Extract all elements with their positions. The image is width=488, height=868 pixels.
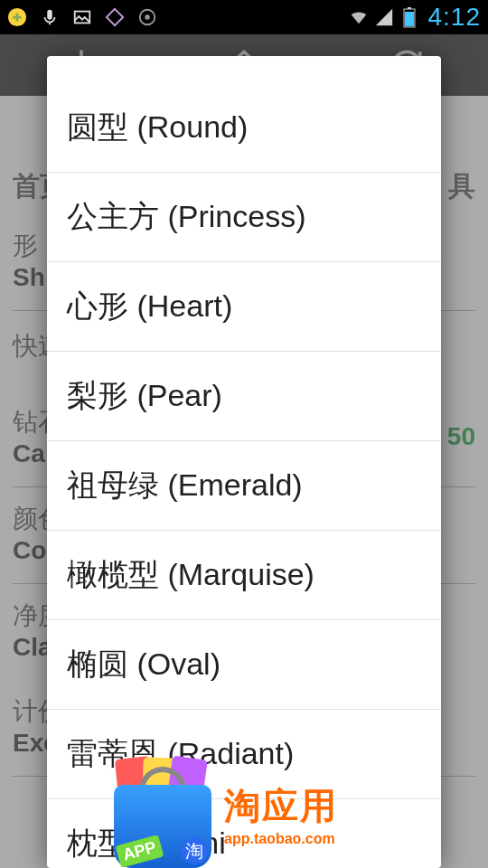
image-icon [72,7,92,27]
option-oval[interactable]: 椭圆 (Oval) [47,620,441,710]
battery-icon [399,7,419,27]
option-round[interactable]: 圆型 (Round) [47,83,441,173]
option-pear[interactable]: 梨形 (Pear) [47,352,441,441]
disc-icon [137,7,157,27]
diamond-icon [105,7,125,27]
shape-select-modal: 圆型 (Round) 公主方 (Princess) 心形 (Heart) 梨形 … [47,56,441,868]
tao-circle: 淘 [181,837,208,864]
option-emerald[interactable]: 祖母绿 (Emerald) [47,441,441,531]
svg-rect-1 [47,10,52,20]
status-bar: 4:12 [0,0,488,34]
option-princess[interactable]: 公主方 (Princess) [47,173,441,262]
option-marquise[interactable]: 橄榄型 (Marquise) [47,531,441,620]
wifi-icon [349,7,369,27]
signal-icon [374,7,394,27]
taobao-url: app.taobao.com [224,831,338,847]
taobao-title: 淘应用 [224,781,338,831]
svg-rect-7 [405,12,414,26]
svg-point-4 [145,15,149,19]
mic-icon [40,7,60,27]
taobao-promo[interactable]: APP 淘 淘应用 app.taobao.com [108,760,380,868]
taobao-bag-icon: APP 淘 [108,760,217,868]
puzzle-icon [7,7,27,27]
svg-rect-6 [408,7,411,9]
option-heart[interactable]: 心形 (Heart) [47,262,441,352]
clock: 4:12 [428,3,482,32]
